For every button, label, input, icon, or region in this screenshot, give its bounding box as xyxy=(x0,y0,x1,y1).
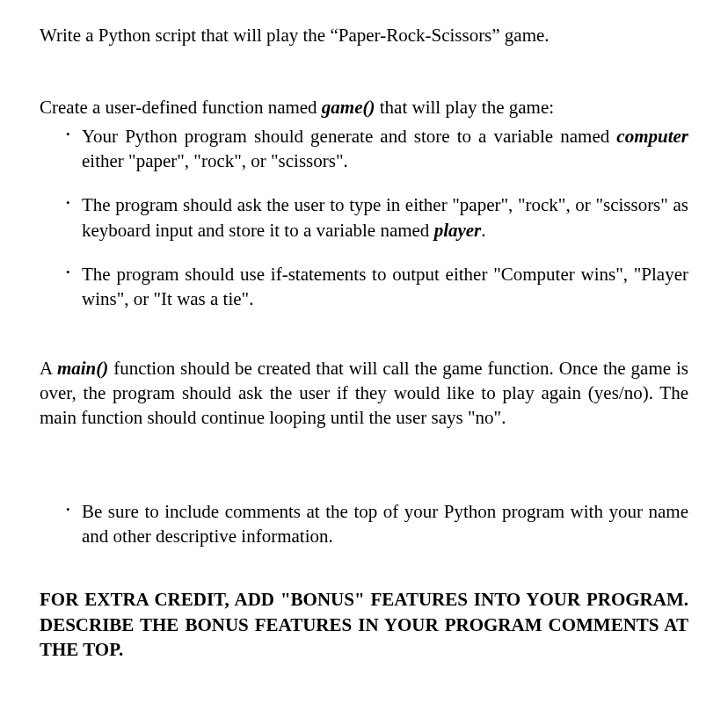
bullet-group-2: • The program should ask the user to typ… xyxy=(40,192,688,243)
computer-var: computer xyxy=(616,126,688,147)
bullet-group-3: • The program should use if-statements t… xyxy=(40,262,688,312)
document-heading: Write a Python script that will play the… xyxy=(40,23,688,47)
bullet-text: Be sure to include comments at the top o… xyxy=(78,499,688,549)
bullet-icon: • xyxy=(66,262,78,312)
bullet-icon: • xyxy=(66,499,78,549)
bullet-icon: • xyxy=(66,124,78,174)
main-suffix: function should be created that will cal… xyxy=(40,358,688,429)
game-function-name: game() xyxy=(322,97,375,118)
bullet-item: • Be sure to include comments at the top… xyxy=(66,499,688,549)
player-var: player xyxy=(434,220,482,241)
bullet-group-1: • Your Python program should generate an… xyxy=(40,124,688,174)
intro-suffix: that will play the game: xyxy=(375,97,555,118)
bullet-item: • The program should ask the user to typ… xyxy=(66,192,688,243)
bullet-item: • Your Python program should generate an… xyxy=(66,124,688,174)
bullet-icon: • xyxy=(66,192,78,243)
bullet-1-prefix: Your Python program should generate and … xyxy=(82,126,616,147)
bullet-text: Your Python program should generate and … xyxy=(78,124,688,174)
bullet-text: The program should ask the user to type … xyxy=(78,192,688,243)
main-prefix: A xyxy=(40,358,57,379)
bullet-text: The program should use if-statements to … xyxy=(78,262,688,312)
bullet-item: • The program should use if-statements t… xyxy=(66,262,688,312)
intro-prefix: Create a user-defined function named xyxy=(40,97,322,118)
main-function-name: main() xyxy=(57,358,108,379)
bullet-2-suffix: . xyxy=(481,220,485,241)
extra-credit-paragraph: FOR EXTRA CREDIT, ADD "BONUS" FEATURES I… xyxy=(40,587,688,662)
intro-paragraph: Create a user-defined function named gam… xyxy=(40,95,688,120)
bullet-group-comments: • Be sure to include comments at the top… xyxy=(40,499,688,549)
bullet-2-prefix: The program should ask the user to type … xyxy=(82,194,688,240)
bullet-1-suffix: either "paper", "rock", or "scissors". xyxy=(82,150,348,171)
main-paragraph: A main() function should be created that… xyxy=(40,356,688,431)
